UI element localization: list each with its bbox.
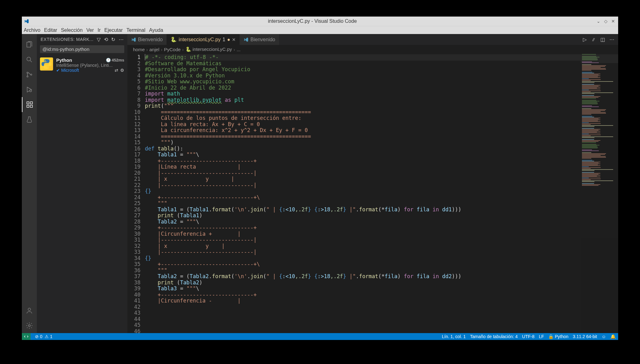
svg-point-4 [30, 90, 32, 92]
eol[interactable]: LF [539, 334, 544, 339]
window-title: interseccionLyC.py - Visual Studio Code [31, 18, 593, 24]
editor-tabs: Bienvenido 🐍interseccionLyC.py 1 ●✕Bienv… [127, 34, 618, 45]
svg-rect-5 [27, 102, 29, 104]
line-gutter: 1234567891011121314151617181920212223242… [127, 54, 145, 333]
more-icon[interactable]: ⋯ [119, 37, 124, 42]
code-editor[interactable]: 1234567891011121314151617181920212223242… [127, 54, 618, 333]
svg-point-3 [31, 74, 32, 75]
activity-accounts[interactable] [22, 303, 37, 318]
python-interpreter[interactable]: 3.11.2 64-bit [573, 334, 597, 339]
tab-bienvenido[interactable]: Bienvenido [240, 34, 279, 45]
svg-point-1 [27, 72, 28, 73]
status-bar: ⊘ 0 ⚠ 1 Lín. 1, col. 1 Tamaño de tabulac… [22, 333, 618, 340]
maximize-button[interactable]: ◇ [604, 19, 608, 24]
svg-point-9 [28, 308, 31, 311]
menu-bar: ArchivoEditarSelecciónVerIrEjecutarTermi… [22, 26, 618, 34]
tab-bienvenido[interactable]: Bienvenido [127, 34, 167, 45]
ext-settings-icon[interactable]: ⚙ [120, 68, 124, 73]
problems-indicator[interactable]: ⊘ 0 ⚠ 1 [35, 334, 52, 339]
breadcrumb-segment[interactable]: home [133, 47, 145, 52]
svg-point-10 [28, 325, 30, 327]
activity-settings[interactable] [22, 318, 37, 333]
menu-archivo[interactable]: Archivo [24, 27, 40, 33]
activity-source-control[interactable] [22, 67, 37, 82]
activity-search[interactable] [22, 52, 37, 67]
breadcrumb-segment[interactable]: 🐍 interseccionLyC.py [185, 47, 232, 52]
extensions-title: EXTENSIONES: MARK... [41, 37, 93, 42]
svg-rect-6 [27, 105, 29, 107]
app-logo [22, 19, 31, 24]
extension-description: IntelliSense (Pylance), Linti... [56, 63, 122, 68]
activity-run[interactable] [22, 82, 37, 97]
breadcrumb-segment[interactable]: ... [237, 47, 241, 52]
tab-interseccionlyc-py[interactable]: 🐍interseccionLyC.py 1 ●✕ [167, 34, 240, 45]
window-controls: ⌄ ◇ ✕ [593, 19, 618, 24]
minimap[interactable] [581, 54, 618, 333]
activity-explorer[interactable] [22, 37, 37, 52]
close-tab-icon[interactable]: ✕ [232, 37, 236, 42]
activity-testing[interactable] [22, 112, 37, 127]
svg-point-2 [27, 76, 28, 77]
close-window-button[interactable]: ✕ [611, 19, 615, 24]
editor-area: Bienvenido 🐍interseccionLyC.py 1 ●✕Bienv… [127, 34, 618, 333]
refresh-icon[interactable]: ↻ [111, 37, 116, 42]
verified-icon: ✔ [56, 68, 60, 73]
menu-ejecutar[interactable]: Ejecutar [104, 27, 123, 33]
breadcrumb-segment[interactable]: anjel [150, 47, 160, 52]
encoding[interactable]: UTF-8 [522, 334, 534, 339]
svg-rect-8 [30, 102, 32, 104]
compare-icon[interactable]: ⫽ [591, 37, 596, 42]
breadcrumbs[interactable]: home›anjel›PyCode›🐍 interseccionLyC.py›.… [127, 45, 618, 54]
extension-icon [40, 57, 53, 71]
code-text[interactable]: # -*- coding: utf-8 -*-#Software de Mate… [145, 54, 581, 333]
sync-icon[interactable]: ⇄ [115, 68, 118, 73]
extension-publisher: Microsoft [61, 68, 79, 73]
minimize-button[interactable]: ⌄ [597, 19, 600, 24]
activity-bar [22, 34, 37, 333]
editor-more-icon[interactable]: ⋯ [609, 37, 614, 42]
notifications-icon[interactable]: 🔔 [610, 334, 616, 339]
menu-ver[interactable]: Ver [86, 27, 94, 33]
extensions-search-input[interactable] [40, 45, 124, 53]
clear-icon[interactable]: ⟲ [104, 37, 108, 42]
svg-point-0 [27, 57, 31, 61]
menu-selección[interactable]: Selección [61, 27, 82, 33]
extensions-sidebar: EXTENSIONES: MARK... ▽ ⟲ ↻ ⋯ Python 🕐 [37, 34, 127, 333]
svg-rect-7 [30, 105, 32, 107]
split-icon[interactable]: ◫ [600, 37, 605, 42]
vscode-window: interseccionLyC.py - Visual Studio Code … [22, 17, 618, 340]
filter-icon[interactable]: ▽ [97, 37, 101, 42]
breadcrumb-segment[interactable]: PyCode [164, 47, 180, 52]
feedback-icon[interactable]: ☺ [602, 334, 606, 339]
run-icon[interactable]: ▷ [583, 37, 587, 42]
cursor-position[interactable]: Lín. 1, col. 1 [442, 334, 466, 339]
menu-ayuda[interactable]: Ayuda [149, 27, 163, 33]
activity-extensions[interactable] [22, 97, 37, 112]
extension-name: Python [56, 57, 72, 63]
menu-terminal[interactable]: Terminal [126, 27, 145, 33]
extension-item[interactable]: Python 🕐 452ms IntelliSense (Pylance), L… [37, 56, 127, 75]
menu-editar[interactable]: Editar [44, 27, 57, 33]
extension-latency: 🕐 452ms [106, 57, 124, 63]
extensions-header: EXTENSIONES: MARK... ▽ ⟲ ↻ ⋯ [37, 34, 127, 45]
remote-indicator[interactable] [22, 333, 31, 340]
title-bar: interseccionLyC.py - Visual Studio Code … [22, 17, 618, 26]
language-mode[interactable]: 🔒 Python [548, 334, 568, 339]
menu-ir[interactable]: Ir [98, 27, 101, 33]
indent-setting[interactable]: Tamaño de tabulación: 4 [470, 334, 518, 339]
